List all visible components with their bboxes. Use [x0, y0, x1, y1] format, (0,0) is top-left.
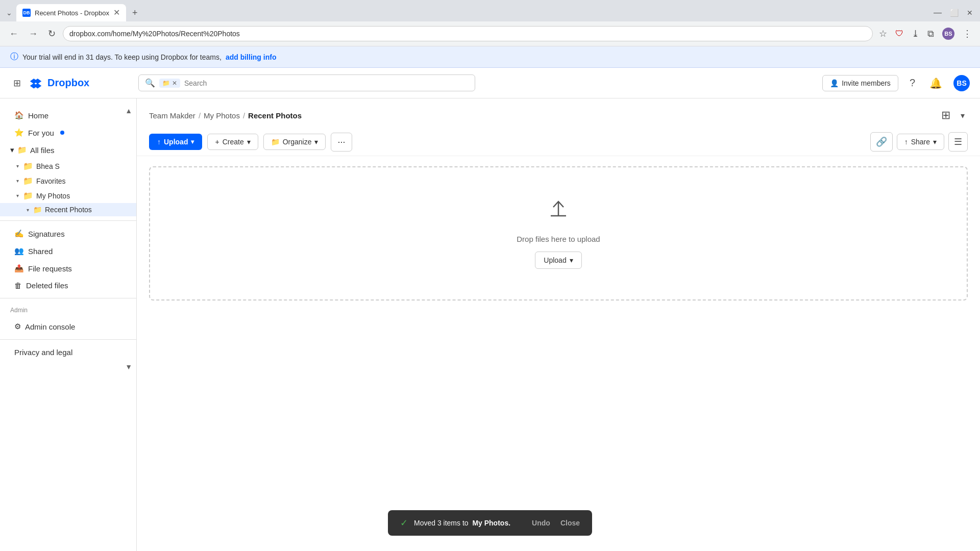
for-you-dot	[60, 131, 64, 135]
search-bar[interactable]: 🔍 📁 ✕	[138, 74, 475, 91]
breadcrumb-photos[interactable]: My Photos	[204, 111, 240, 120]
shared-label: Shared	[28, 247, 53, 256]
notifications-button[interactable]: 🔔	[926, 75, 945, 91]
copy-link-button[interactable]: 🔗	[870, 132, 893, 152]
upload-arrow-icon: ↑	[157, 138, 161, 146]
drop-btn-arrow: ▾	[570, 256, 573, 264]
admin-label: Admin	[0, 303, 136, 318]
apps-grid-button[interactable]: ⊞	[10, 76, 24, 91]
toolbar: ↑ Upload ▾ + Create ▾ 📁 Organize ▾ ··· 🔗	[137, 128, 980, 156]
tab-close-button[interactable]: ✕	[113, 9, 120, 17]
tree-item-favorites[interactable]: ▾ 📁 Favorites	[0, 173, 136, 188]
toolbar-right: 🔗 ↑ Share ▾ ☰	[870, 132, 968, 152]
sidebar-item-signatures[interactable]: ✍ Signatures	[4, 225, 132, 242]
close-window-button[interactable]: ✕	[964, 7, 976, 19]
expand-arrow[interactable]: ▾	[16, 193, 19, 198]
upload-dropdown-arrow[interactable]: ▾	[191, 138, 194, 145]
more-options-button[interactable]: ···	[331, 133, 352, 152]
tree-item-bhea[interactable]: ▾ 📁 Bhea S	[0, 159, 136, 173]
expand-arrow[interactable]: ▾	[27, 207, 29, 213]
address-input[interactable]	[63, 26, 873, 41]
back-button[interactable]: ←	[6, 27, 21, 41]
downloads-button[interactable]: ⤓	[910, 26, 921, 41]
sidebar-item-file-requests[interactable]: 📤 File requests	[4, 260, 132, 277]
toast-check-icon: ✓	[400, 517, 408, 529]
share-icon: ↑	[904, 138, 908, 146]
organize-icon: 📁	[271, 138, 280, 146]
upload-button[interactable]: ↑ Upload ▾	[149, 134, 202, 150]
search-icon: 🔍	[145, 78, 155, 88]
info-icon: ⓘ	[10, 52, 18, 62]
sidebar-item-privacy[interactable]: Privacy and legal	[4, 344, 132, 361]
create-button[interactable]: + Create ▾	[207, 134, 258, 150]
sidebar-item-shared[interactable]: 👥 Shared	[4, 242, 132, 260]
tab-group-button[interactable]: ⌄	[4, 7, 14, 19]
breadcrumb-team[interactable]: Team Makder	[149, 111, 195, 120]
tree-item-myphotos[interactable]: ▾ 📁 My Photos	[0, 188, 136, 203]
filter-remove-button[interactable]: ✕	[172, 80, 177, 87]
bookmark-button[interactable]: ☆	[877, 26, 889, 41]
profile-button[interactable]: BS	[940, 26, 957, 42]
add-billing-link[interactable]: add billing info	[226, 53, 277, 61]
extensions-button[interactable]: 🛡	[893, 27, 905, 40]
help-button[interactable]: ?	[906, 75, 918, 91]
breadcrumb: Team Makder / My Photos / Recent Photos …	[137, 98, 980, 128]
expand-arrow[interactable]: ▾	[16, 178, 19, 184]
sidebar-divider	[0, 220, 136, 221]
share-button[interactable]: ↑ Share ▾	[897, 134, 944, 150]
drop-text: Drop files here to upload	[517, 235, 600, 243]
logo-text: Dropbox	[47, 77, 89, 89]
grid-view-button[interactable]: ⊞	[938, 107, 953, 124]
signatures-label: Signatures	[28, 230, 65, 238]
toast-message: Moved 3 items to My Photos.	[414, 519, 522, 527]
drop-upload-button[interactable]: Upload ▾	[535, 252, 581, 269]
undo-button[interactable]: Undo	[528, 519, 554, 527]
sidebar-scroll-up[interactable]: ▲	[125, 107, 132, 115]
dropbox-logo-icon	[28, 76, 43, 91]
sidebar-item-for-you[interactable]: ⭐ For you	[4, 124, 132, 141]
trial-banner: ⓘ Your trial will end in 31 days. To kee…	[0, 46, 980, 68]
shared-icon: 👥	[14, 246, 24, 256]
avatar[interactable]: BS	[953, 75, 970, 91]
expand-arrow[interactable]: ▾	[16, 163, 19, 169]
new-tab-button[interactable]: +	[128, 6, 142, 20]
filerequests-label: File requests	[28, 264, 72, 273]
folder-icon: 📁	[23, 161, 33, 171]
sidebar: ▲ 🏠 Home ⭐ For you ▾ 📁 All files ▾ 📁 Bhe…	[0, 98, 137, 551]
forward-button[interactable]: →	[26, 27, 41, 41]
home-icon: 🏠	[14, 111, 24, 120]
drop-upload-icon	[546, 198, 571, 227]
invite-members-button[interactable]: 👤 Invite members	[822, 75, 898, 91]
drop-zone[interactable]: Drop files here to upload Upload ▾	[149, 166, 968, 300]
tab-title: Recent Photos - Dropbox	[35, 9, 109, 17]
all-files-toggle[interactable]: ▾ 📁 All files	[0, 141, 136, 159]
tree-item-recent-photos[interactable]: ▾ 📁 Recent Photos	[0, 203, 136, 216]
maximize-button[interactable]: ⬜	[947, 7, 962, 19]
detail-view-button[interactable]: ☰	[948, 132, 968, 152]
multiwindow-button[interactable]: ⧉	[925, 27, 936, 41]
admin-icon: ⚙	[14, 322, 21, 331]
organize-button[interactable]: 📁 Organize ▾	[263, 134, 326, 150]
sidebar-item-deleted-files[interactable]: 🗑 Deleted files	[4, 277, 132, 294]
toast-close-button[interactable]: Close	[560, 519, 580, 527]
search-input[interactable]	[184, 79, 469, 87]
minimize-button[interactable]: —	[930, 6, 945, 19]
sidebar-item-admin-console[interactable]: ⚙ Admin console	[4, 318, 132, 335]
active-tab[interactable]: DB Recent Photos - Dropbox ✕	[16, 4, 126, 21]
filter-icon: 📁	[162, 80, 170, 87]
breadcrumb-actions: ⊞ ▾	[938, 107, 968, 124]
signatures-icon: ✍	[14, 229, 24, 238]
browser-chrome: ⌄ DB Recent Photos - Dropbox ✕ + — ⬜ ✕ ←…	[0, 0, 980, 46]
reload-button[interactable]: ↻	[45, 26, 59, 41]
sidebar-scroll-down[interactable]: ▼	[125, 363, 132, 371]
tree-label: Recent Photos	[45, 206, 92, 214]
main-panel: Team Makder / My Photos / Recent Photos …	[137, 98, 980, 551]
sidebar-item-home[interactable]: 🏠 Home	[4, 107, 132, 124]
organize-label: Organize	[283, 138, 312, 146]
list-view-chevron[interactable]: ▾	[958, 109, 968, 122]
create-label: Create	[223, 138, 244, 146]
sidebar-divider-3	[0, 339, 136, 340]
menu-button[interactable]: ⋮	[961, 26, 974, 41]
app-header: ⊞ Dropbox 🔍 📁 ✕ 👤 Invite me	[0, 68, 980, 98]
search-filter-badge[interactable]: 📁 ✕	[159, 79, 180, 88]
